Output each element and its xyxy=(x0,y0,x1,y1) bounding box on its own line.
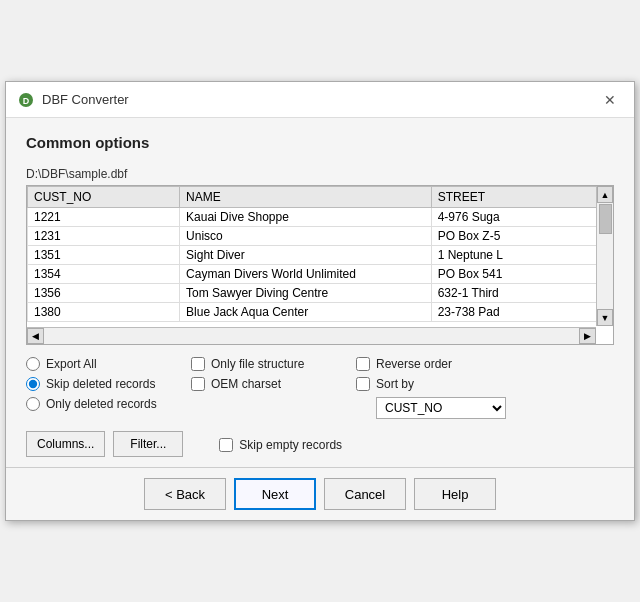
data-table-wrapper: CUST_NO NAME STREET 1221Kauai Dive Shopp… xyxy=(26,185,614,345)
cancel-button[interactable]: Cancel xyxy=(324,478,406,510)
hscroll-track xyxy=(44,328,579,344)
check-sort-by-label: Sort by xyxy=(376,377,414,391)
scroll-up-arrow[interactable]: ▲ xyxy=(597,186,613,203)
check-sort-by-input[interactable] xyxy=(356,377,370,391)
table-cell: 1354 xyxy=(28,265,180,284)
file-path: D:\DBF\sample.dbf xyxy=(26,167,614,181)
scroll-down-arrow[interactable]: ▼ xyxy=(597,309,613,326)
col-header-name: NAME xyxy=(180,187,432,208)
svg-text:D: D xyxy=(23,96,30,106)
radio-export-all[interactable]: Export All xyxy=(26,357,181,371)
horizontal-scrollbar[interactable]: ◀ ▶ xyxy=(27,327,596,344)
scroll-left-arrow[interactable]: ◀ xyxy=(27,328,44,344)
check-oem-charset[interactable]: OEM charset xyxy=(191,377,346,391)
help-button[interactable]: Help xyxy=(414,478,496,510)
table-cell: Blue Jack Aqua Center xyxy=(180,303,432,322)
close-button[interactable]: ✕ xyxy=(598,91,622,109)
file-options-col: Only file structure OEM charset xyxy=(191,357,346,391)
table-cell: 1 Neptune L xyxy=(431,246,612,265)
table-cell: 1380 xyxy=(28,303,180,322)
next-button[interactable]: Next xyxy=(234,478,316,510)
table-cell: 1231 xyxy=(28,227,180,246)
options-area: Export All Skip deleted records Only del… xyxy=(26,357,614,419)
back-button[interactable]: < Back xyxy=(144,478,226,510)
radio-skip-deleted-input[interactable] xyxy=(26,377,40,391)
scroll-thumb[interactable] xyxy=(599,204,612,234)
check-oem-charset-label: OEM charset xyxy=(211,377,281,391)
table-cell: 4-976 Suga xyxy=(431,208,612,227)
filter-button[interactable]: Filter... xyxy=(113,431,183,457)
table-cell: 1221 xyxy=(28,208,180,227)
check-only-file-structure-label: Only file structure xyxy=(211,357,304,371)
table-cell: PO Box 541 xyxy=(431,265,612,284)
table-cell: 23-738 Pad xyxy=(431,303,612,322)
data-table: CUST_NO NAME STREET 1221Kauai Dive Shopp… xyxy=(27,186,613,322)
col-header-street: STREET xyxy=(431,187,612,208)
table-cell: 632-1 Third xyxy=(431,284,612,303)
radio-export-all-input[interactable] xyxy=(26,357,40,371)
check-only-file-structure[interactable]: Only file structure xyxy=(191,357,346,371)
section-title: Common options xyxy=(26,134,614,151)
table-row[interactable]: 1354Cayman Divers World UnlimitedPO Box … xyxy=(28,265,613,284)
table-cell: Sight Diver xyxy=(180,246,432,265)
table-row[interactable]: 1351Sight Diver1 Neptune L xyxy=(28,246,613,265)
check-oem-charset-input[interactable] xyxy=(191,377,205,391)
radio-skip-deleted[interactable]: Skip deleted records xyxy=(26,377,181,391)
table-row[interactable]: 1356Tom Sawyer Diving Centre632-1 Third xyxy=(28,284,613,303)
title-bar: D DBF Converter ✕ xyxy=(6,82,634,118)
table-cell: 1356 xyxy=(28,284,180,303)
action-buttons-row: Columns... Filter... Skip empty records xyxy=(26,431,614,457)
radio-export-all-label: Export All xyxy=(46,357,97,371)
footer: < Back Next Cancel Help xyxy=(6,467,634,520)
table-row[interactable]: 1221Kauai Dive Shoppe4-976 Suga xyxy=(28,208,613,227)
check-only-file-structure-input[interactable] xyxy=(191,357,205,371)
radio-only-deleted[interactable]: Only deleted records xyxy=(26,397,181,411)
table-cell: Unisco xyxy=(180,227,432,246)
check-skip-empty-label: Skip empty records xyxy=(239,438,342,452)
sort-select[interactable]: CUST_NO NAME STREET xyxy=(376,397,506,419)
check-skip-empty[interactable]: Skip empty records xyxy=(219,438,342,452)
check-reverse-order-input[interactable] xyxy=(356,357,370,371)
radio-only-deleted-label: Only deleted records xyxy=(46,397,157,411)
title-bar-left: D DBF Converter xyxy=(18,92,129,108)
table-row[interactable]: 1380Blue Jack Aqua Center23-738 Pad xyxy=(28,303,613,322)
content-area: Common options D:\DBF\sample.dbf CUST_NO… xyxy=(6,118,634,467)
check-skip-empty-input[interactable] xyxy=(219,438,233,452)
radio-skip-deleted-label: Skip deleted records xyxy=(46,377,155,391)
sort-options-col: Reverse order Sort by CUST_NO NAME STREE… xyxy=(356,357,516,419)
check-reverse-order[interactable]: Reverse order xyxy=(356,357,516,371)
check-reverse-order-label: Reverse order xyxy=(376,357,452,371)
table-cell: Tom Sawyer Diving Centre xyxy=(180,284,432,303)
table-cell: 1351 xyxy=(28,246,180,265)
table-row[interactable]: 1231UniscoPO Box Z-5 xyxy=(28,227,613,246)
table-cell: Kauai Dive Shoppe xyxy=(180,208,432,227)
check-sort-by[interactable]: Sort by xyxy=(356,377,516,391)
scroll-right-arrow[interactable]: ▶ xyxy=(579,328,596,344)
columns-button[interactable]: Columns... xyxy=(26,431,105,457)
table-cell: Cayman Divers World Unlimited xyxy=(180,265,432,284)
radio-only-deleted-input[interactable] xyxy=(26,397,40,411)
app-icon: D xyxy=(18,92,34,108)
main-window: D DBF Converter ✕ Common options D:\DBF\… xyxy=(5,81,635,521)
export-options-col: Export All Skip deleted records Only del… xyxy=(26,357,181,411)
table-cell: PO Box Z-5 xyxy=(431,227,612,246)
vertical-scrollbar[interactable]: ▲ ▼ xyxy=(596,186,613,326)
col-header-cust-no: CUST_NO xyxy=(28,187,180,208)
window-title: DBF Converter xyxy=(42,92,129,107)
